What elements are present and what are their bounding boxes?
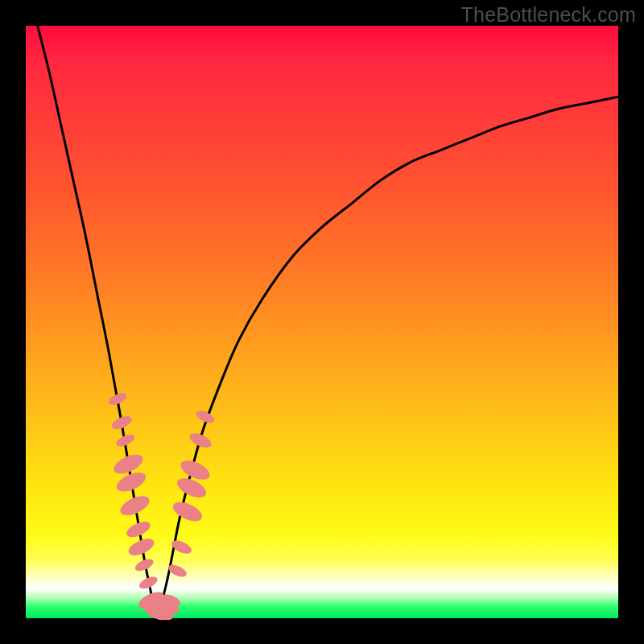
data-marker [170,498,204,525]
curve-layer [26,26,618,618]
data-marker [188,431,213,451]
bottleneck-curve [38,26,618,613]
watermark-text: TheBottleneck.com [461,3,636,27]
chart-frame: TheBottleneck.com [0,0,644,644]
